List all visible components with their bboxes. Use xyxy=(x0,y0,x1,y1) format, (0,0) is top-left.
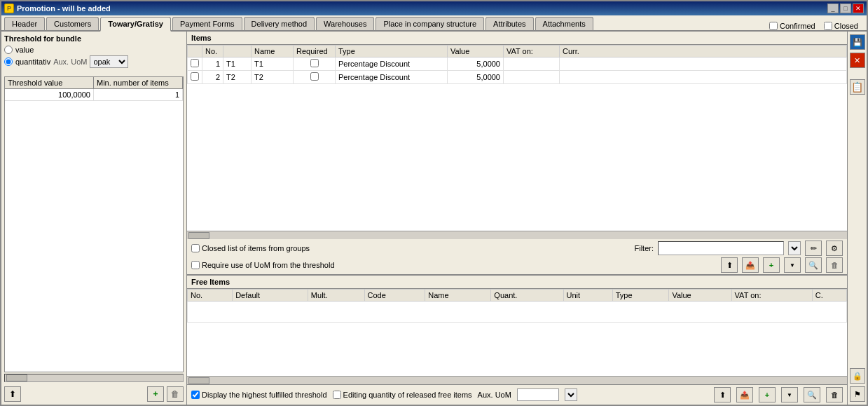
free-items-empty-row xyxy=(188,302,847,323)
items-import-button[interactable]: ⬆ xyxy=(721,257,738,273)
delete-threshold-button[interactable]: 🗑 xyxy=(167,386,184,402)
items-add-dropdown[interactable]: ▼ xyxy=(784,257,801,273)
threshold-min-cell: 1 xyxy=(94,89,183,100)
closed-list-checkbox[interactable] xyxy=(191,244,200,252)
row2-name: T2 xyxy=(252,71,294,84)
threshold-value-cell: 100,0000 xyxy=(5,89,94,100)
filter-label: Filter: xyxy=(635,244,654,252)
th-curr: Curr. xyxy=(560,46,847,57)
side-save-button[interactable]: 💾 xyxy=(850,34,865,50)
editing-qty-label[interactable]: Editing quantity of released free items xyxy=(333,391,472,399)
left-scrollbar[interactable] xyxy=(4,374,184,382)
free-items-hscrollbar-thumb[interactable] xyxy=(188,377,209,384)
radio-value-row[interactable]: value xyxy=(4,46,184,54)
tab-towary-gratisy[interactable]: Towary/Gratisy xyxy=(100,17,171,32)
closed-label[interactable]: Closed xyxy=(824,22,858,30)
tab-attachments[interactable]: Attachments xyxy=(535,17,593,30)
items-delete-button[interactable]: 🗑 xyxy=(826,257,843,273)
free-items-table-wrapper[interactable]: No. Default Mult. Code Name Quant. Unit … xyxy=(187,289,847,376)
row1-t: T1 xyxy=(223,57,252,71)
free-export-button[interactable]: 📤 xyxy=(736,387,753,402)
row2-curr xyxy=(560,71,847,84)
closed-list-label[interactable]: Closed list of items from groups xyxy=(191,244,310,252)
app-icon: P xyxy=(4,4,14,13)
close-button[interactable]: ✕ xyxy=(853,4,864,13)
items-row-1[interactable]: 1 T1 T1 Percentage Discount 5,0000 xyxy=(188,57,847,71)
items-hscrollbar[interactable] xyxy=(187,231,847,239)
row2-t: T2 xyxy=(223,71,252,84)
fth-mult: Mult. xyxy=(308,290,364,302)
radio-value[interactable] xyxy=(4,46,13,54)
threshold-title: Threshold for bundle xyxy=(4,34,184,43)
radio-quantity-label[interactable]: quantitativ xyxy=(4,57,50,66)
aux-uom-select[interactable]: opak xyxy=(90,55,128,68)
tab-customers[interactable]: Customers xyxy=(46,17,99,30)
import-button[interactable]: ⬆ xyxy=(4,386,21,402)
row2-type: Percentage Discount xyxy=(336,71,448,84)
closed-checkbox[interactable] xyxy=(824,22,832,30)
items-section-header: Items xyxy=(187,32,847,45)
aux-uom-input[interactable] xyxy=(517,388,559,401)
free-import-button[interactable]: ⬆ xyxy=(714,387,731,402)
items-hscrollbar-thumb[interactable] xyxy=(188,232,209,239)
filter-dropdown[interactable] xyxy=(788,241,801,255)
items-export-button[interactable]: 📤 xyxy=(742,257,759,273)
th-name: Name xyxy=(252,46,294,57)
th-required: Required xyxy=(294,46,336,57)
filter-input[interactable] xyxy=(658,241,784,255)
fth-vat: VAT on: xyxy=(731,290,812,302)
aux-uom-label: Aux. UoM xyxy=(53,57,87,66)
items-table-wrapper[interactable]: No. Name Required Type Value VAT on: Cur… xyxy=(187,45,847,231)
threshold-data-row[interactable]: 100,0000 1 xyxy=(5,89,183,101)
fth-default: Default xyxy=(233,290,308,302)
display-highest-checkbox[interactable] xyxy=(191,391,200,399)
clear-filter-button[interactable]: ⚙ xyxy=(826,241,843,256)
side-lock-button[interactable]: 🔒 xyxy=(850,368,865,384)
editing-qty-checkbox[interactable] xyxy=(333,391,341,399)
left-scrollbar-thumb[interactable] xyxy=(6,374,27,381)
row2-required[interactable] xyxy=(310,72,319,81)
row2-value: 5,0000 xyxy=(448,71,504,84)
free-delete-button[interactable]: 🗑 xyxy=(826,387,843,402)
side-flag-button[interactable]: ⚑ xyxy=(850,386,865,402)
row1-name: T1 xyxy=(252,57,294,71)
confirmed-label[interactable]: Confirmed xyxy=(769,22,815,30)
items-add-button[interactable]: + xyxy=(763,257,780,273)
edit-filter-button[interactable]: ✏ xyxy=(805,241,822,256)
items-row-2[interactable]: 2 T2 T2 Percentage Discount 5,0000 xyxy=(188,71,847,84)
items-search-button[interactable]: 🔍 xyxy=(805,257,822,273)
aux-uom-dropdown[interactable] xyxy=(565,388,577,401)
title-bar-left: P Promotion - will be added xyxy=(4,4,111,13)
free-search-button[interactable]: 🔍 xyxy=(804,387,820,402)
free-add-dropdown[interactable]: ▼ xyxy=(781,387,798,402)
display-highest-label[interactable]: Display the highest fulfilled threshold xyxy=(191,391,327,399)
tab-payment-forms[interactable]: Payment Forms xyxy=(172,17,242,30)
minimize-button[interactable]: _ xyxy=(827,4,839,13)
confirmed-checkbox[interactable] xyxy=(769,22,778,30)
tab-attributes[interactable]: Attributes xyxy=(485,17,533,30)
row1-checkbox[interactable] xyxy=(191,59,199,67)
row2-checkbox[interactable] xyxy=(191,72,199,81)
items-table-header: No. Name Required Type Value VAT on: Cur… xyxy=(188,46,847,57)
free-items-hscrollbar[interactable] xyxy=(187,376,847,384)
th-no: No. xyxy=(202,46,223,57)
tab-place-company[interactable]: Place in company structure xyxy=(376,17,484,30)
radio-quantity[interactable] xyxy=(4,57,13,66)
free-items-header: Free Items xyxy=(187,276,847,289)
tab-delivery-method[interactable]: Delivery method xyxy=(244,17,315,30)
require-uom-checkbox[interactable] xyxy=(191,261,200,269)
side-close-button[interactable]: ✕ xyxy=(850,53,865,68)
tab-warehouses[interactable]: Warehouses xyxy=(316,17,374,30)
require-uom-label[interactable]: Require use of UoM from the threshold xyxy=(191,261,335,269)
free-add-button[interactable]: + xyxy=(759,387,776,402)
items-section: Items No. Name Required xyxy=(187,32,847,275)
row1-required[interactable] xyxy=(310,59,319,67)
tab-header[interactable]: Header xyxy=(4,17,45,30)
radio-group: value quantitativ Aux. UoM opak xyxy=(4,46,184,72)
add-threshold-button[interactable]: + xyxy=(147,386,164,402)
th-t1 xyxy=(223,46,252,57)
maximize-button[interactable]: □ xyxy=(840,4,851,13)
free-items-table: No. Default Mult. Code Name Quant. Unit … xyxy=(187,289,847,323)
side-copy-button[interactable]: 📋 xyxy=(850,79,865,95)
bottom-bar: Display the highest fulfilled threshold … xyxy=(187,384,847,405)
